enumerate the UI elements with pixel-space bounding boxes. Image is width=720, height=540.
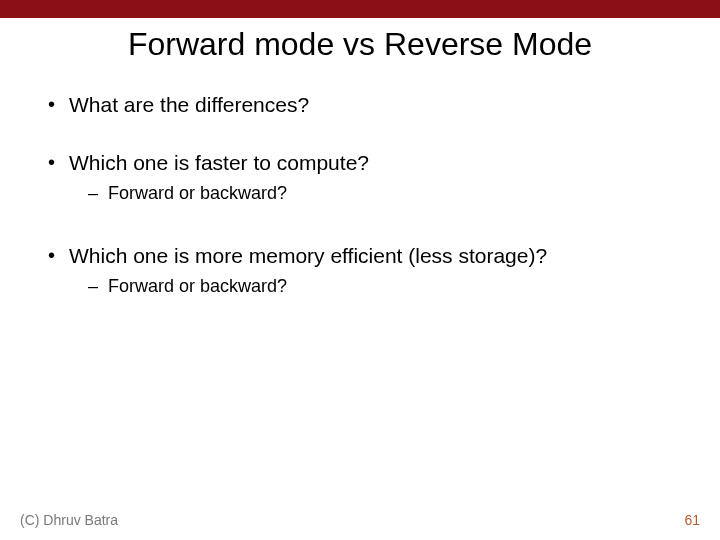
bullet-dot-icon: • (48, 151, 55, 174)
header-bar (0, 0, 720, 18)
bullet-dot-icon: • (48, 93, 55, 116)
bullet-item: • What are the differences? (48, 93, 672, 117)
bullet-dash-icon: – (88, 276, 98, 297)
sub-bullet-text: Forward or backward? (108, 183, 287, 204)
bullet-item: • Which one is more memory efficient (le… (48, 244, 672, 268)
bullet-dash-icon: – (88, 183, 98, 204)
slide-footer: (C) Dhruv Batra 61 (0, 512, 720, 528)
copyright-text: (C) Dhruv Batra (20, 512, 118, 528)
slide-content: • What are the differences? • Which one … (0, 63, 720, 297)
page-number: 61 (684, 512, 700, 528)
bullet-text: Which one is faster to compute? (69, 151, 369, 175)
sub-bullet-item: – Forward or backward? (88, 276, 672, 297)
bullet-dot-icon: • (48, 244, 55, 267)
bullet-text: What are the differences? (69, 93, 309, 117)
bullet-item: • Which one is faster to compute? (48, 151, 672, 175)
bullet-text: Which one is more memory efficient (less… (69, 244, 547, 268)
sub-bullet-item: – Forward or backward? (88, 183, 672, 204)
sub-bullet-text: Forward or backward? (108, 276, 287, 297)
slide-title: Forward mode vs Reverse Mode (0, 26, 720, 63)
